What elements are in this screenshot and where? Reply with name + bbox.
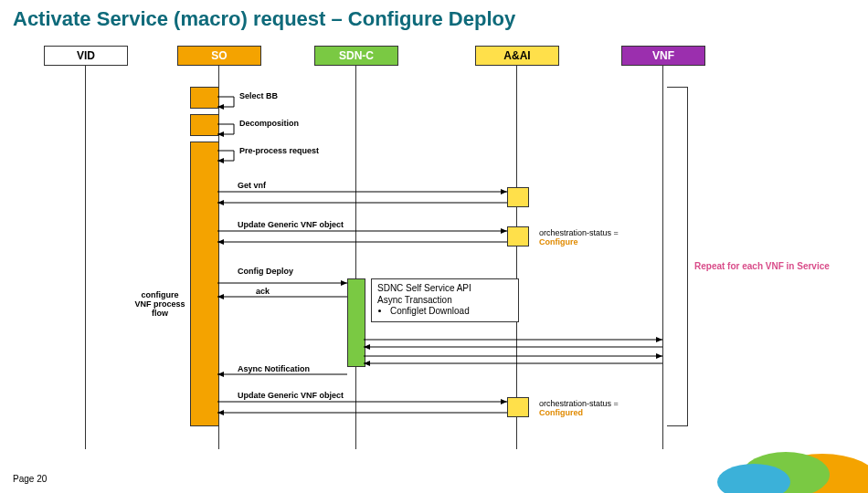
repeat-label: Repeat for each VNF in Service bbox=[694, 261, 830, 271]
msg-update-vnf-1: Update Generic VNF object bbox=[238, 220, 344, 229]
activation-sdnc bbox=[347, 278, 365, 367]
msg-ack: ack bbox=[256, 287, 270, 296]
activation-aai-2 bbox=[507, 226, 529, 246]
repeat-bracket bbox=[667, 87, 688, 426]
lifeline-aai bbox=[516, 66, 517, 449]
status-value-1: Configure bbox=[539, 237, 578, 246]
msg-update-vnf-2: Update Generic VNF object bbox=[238, 391, 344, 400]
msg-config-deploy: Config Deploy bbox=[238, 267, 293, 276]
activation-aai-3 bbox=[507, 397, 529, 417]
note-line-1: SDNC Self Service API bbox=[377, 283, 513, 295]
status-label-2: orchestration-status = bbox=[539, 399, 619, 408]
activation-so-3 bbox=[190, 142, 219, 426]
msg-async-notif: Async Notification bbox=[238, 364, 310, 373]
note-sdnc-api: SDNC Self Service API Async Transaction … bbox=[371, 278, 519, 322]
lane-aai: A&AI bbox=[475, 46, 559, 66]
lane-vnf: VNF bbox=[621, 46, 705, 66]
lane-so: SO bbox=[177, 46, 261, 66]
lifeline-vnf bbox=[662, 66, 663, 449]
msg-preprocess: Pre-process request bbox=[239, 146, 319, 155]
activation-so-2 bbox=[190, 114, 219, 136]
lane-vid: VID bbox=[44, 46, 128, 66]
lifeline-vid bbox=[85, 66, 86, 449]
decorative-cloud bbox=[685, 411, 868, 493]
status-value-2: Configured bbox=[539, 408, 583, 417]
lifeline-sdnc bbox=[355, 66, 356, 449]
msg-decomposition: Decomposition bbox=[239, 119, 299, 128]
page-number: Page 20 bbox=[13, 474, 47, 484]
activation-aai-1 bbox=[507, 187, 529, 207]
msg-get-vnf: Get vnf bbox=[238, 181, 266, 190]
status-configured: orchestration-status = Configured bbox=[539, 399, 619, 417]
note-bullet-1: Configlet Download bbox=[390, 306, 513, 318]
note-line-2: Async Transaction bbox=[377, 295, 513, 307]
status-configure: orchestration-status = Configure bbox=[539, 228, 619, 246]
activation-so-1 bbox=[190, 87, 219, 109]
annotation-flow: configure VNF process flow bbox=[132, 290, 187, 318]
lane-sdnc: SDN-C bbox=[314, 46, 398, 66]
page-title: Activate Service (macro) request – Confi… bbox=[13, 7, 515, 31]
msg-select-bb: Select BB bbox=[239, 91, 278, 100]
status-label-1: orchestration-status = bbox=[539, 228, 619, 237]
